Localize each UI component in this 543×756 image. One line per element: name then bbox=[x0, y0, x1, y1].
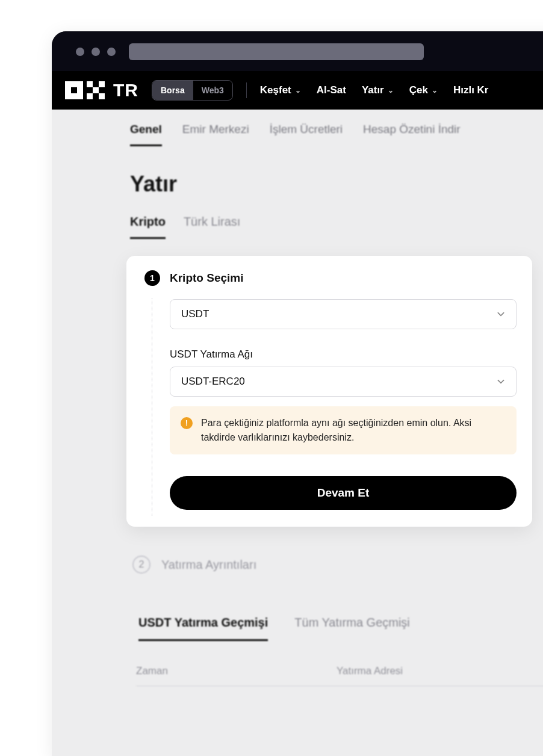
history-tabs: USDT Yatırma Geçmişi Tüm Yatırma Geçmişi bbox=[138, 616, 543, 641]
traffic-light-max[interactable] bbox=[107, 48, 116, 56]
logo[interactable]: TR bbox=[65, 80, 138, 101]
network-select-value: USDT-ERC20 bbox=[181, 376, 245, 388]
step-1-badge: 1 bbox=[144, 270, 160, 286]
traffic-light-close[interactable] bbox=[76, 48, 84, 56]
mode-toggle: Borsa Web3 bbox=[152, 80, 233, 101]
app-header: TR Borsa Web3 Keşfet⌄ Al-Sat Yatır⌄ Çek⌄… bbox=[52, 71, 543, 110]
tab-all-history[interactable]: Tüm Yatırma Geçmişi bbox=[294, 616, 410, 641]
nav-kesfet[interactable]: Keşfet⌄ bbox=[260, 84, 301, 96]
step-1-title: Kripto Seçimi bbox=[170, 271, 243, 285]
traffic-light-min[interactable] bbox=[92, 48, 100, 56]
nav-hizli[interactable]: Hızlı Kr bbox=[453, 84, 489, 96]
continue-button[interactable]: Devam Et bbox=[170, 476, 517, 510]
chevron-down-icon: ⌄ bbox=[388, 86, 394, 94]
nav-kesfet-label: Keşfet bbox=[260, 84, 291, 96]
logo-text: TR bbox=[113, 80, 138, 101]
nav-yatir-label: Yatır bbox=[362, 84, 384, 96]
sub-nav: Genel Emir Merkezi İşlem Ücretleri Hesap… bbox=[52, 110, 543, 146]
network-label: USDT Yatırma Ağı bbox=[170, 349, 517, 361]
traffic-lights bbox=[76, 48, 116, 56]
currency-tabs: Kripto Türk Lirası bbox=[52, 197, 543, 239]
top-nav: Keşfet⌄ Al-Sat Yatır⌄ Çek⌄ Hızlı Kr bbox=[260, 84, 489, 96]
col-address: Yatırma Adresi bbox=[337, 665, 403, 677]
tab-usdt-history[interactable]: USDT Yatırma Geçmişi bbox=[138, 616, 268, 641]
network-warning-text: Para çektiğiniz platformla aynı ağı seçt… bbox=[201, 416, 506, 445]
network-warning: ! Para çektiğiniz platformla aynı ağı se… bbox=[170, 406, 517, 454]
tab-kripto[interactable]: Kripto bbox=[130, 215, 166, 239]
col-time: Zaman bbox=[136, 665, 168, 677]
step-connector-line bbox=[152, 298, 152, 516]
url-bar[interactable] bbox=[129, 43, 424, 60]
step-2-badge: 2 bbox=[132, 556, 150, 574]
crypto-select[interactable]: USDT bbox=[170, 299, 517, 329]
page-title: Yatır bbox=[52, 146, 543, 197]
okx-logo-icon bbox=[65, 81, 107, 99]
nav-cek[interactable]: Çek⌄ bbox=[409, 84, 438, 96]
browser-window: TR Borsa Web3 Keşfet⌄ Al-Sat Yatır⌄ Çek⌄… bbox=[52, 31, 543, 756]
subnav-hesap[interactable]: Hesap Özetini İndir bbox=[363, 123, 461, 146]
deposit-step-card: 1 Kripto Seçimi USDT USDT Yatırma Ağı US… bbox=[126, 256, 532, 527]
nav-alsat[interactable]: Al-Sat bbox=[317, 84, 346, 96]
warning-icon: ! bbox=[181, 417, 193, 429]
mode-web3-button[interactable]: Web3 bbox=[193, 81, 232, 100]
crypto-select-value: USDT bbox=[181, 308, 209, 320]
nav-cek-label: Çek bbox=[409, 84, 428, 96]
svg-rect-5 bbox=[87, 93, 93, 99]
svg-rect-3 bbox=[99, 81, 105, 87]
tab-try[interactable]: Türk Lirası bbox=[184, 215, 240, 239]
chevron-down-icon bbox=[497, 377, 505, 386]
subnav-ucret[interactable]: İşlem Ücretleri bbox=[270, 123, 343, 146]
svg-rect-6 bbox=[99, 93, 105, 99]
svg-rect-2 bbox=[87, 81, 93, 87]
subnav-genel[interactable]: Genel bbox=[130, 123, 162, 146]
chevron-down-icon: ⌄ bbox=[432, 86, 438, 94]
table-header: Zaman Yatırma Adresi bbox=[136, 657, 543, 686]
chevron-down-icon bbox=[497, 310, 505, 318]
mode-borsa-button[interactable]: Borsa bbox=[152, 81, 193, 100]
network-select[interactable]: USDT-ERC20 bbox=[170, 367, 517, 397]
browser-chrome bbox=[52, 31, 543, 71]
content-area: Genel Emir Merkezi İşlem Ücretleri Hesap… bbox=[52, 110, 543, 756]
step-2-row: 2 Yatırma Ayrıntıları bbox=[132, 556, 543, 574]
nav-yatir[interactable]: Yatır⌄ bbox=[362, 84, 394, 96]
step-2-title: Yatırma Ayrıntıları bbox=[161, 558, 256, 572]
divider bbox=[246, 82, 247, 98]
svg-rect-4 bbox=[93, 87, 99, 93]
chevron-down-icon: ⌄ bbox=[295, 86, 301, 94]
svg-rect-1 bbox=[71, 87, 77, 93]
subnav-emir[interactable]: Emir Merkezi bbox=[182, 123, 249, 146]
